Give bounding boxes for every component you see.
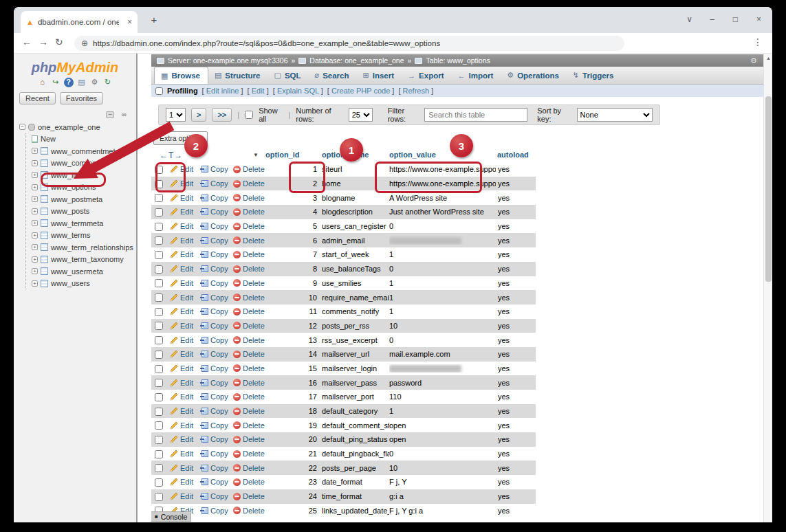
edit-link[interactable]: Edit [166, 307, 198, 315]
row-checkbox[interactable] [155, 493, 163, 501]
filter-rows-input[interactable] [424, 108, 527, 122]
copy-link[interactable]: Copy [198, 265, 230, 273]
copy-link[interactable]: Copy [198, 435, 230, 443]
table-link[interactable]: www_term_taxonomy [51, 255, 124, 263]
sidebar-item-www_comments[interactable]: + www_comments [32, 157, 136, 170]
profiling-link-create-php-code[interactable]: Create PHP code [331, 87, 390, 95]
sidebar-item-www_term_taxonomy[interactable]: + www_term_taxonomy [32, 254, 136, 266]
maximize-button[interactable]: □ [733, 14, 738, 24]
tree-expand-icon[interactable]: + [32, 280, 38, 287]
edit-link[interactable]: Edit [166, 265, 198, 273]
address-bar[interactable]: ⊕ https://dbadmin.one.com/index.php?rout… [74, 36, 624, 51]
row-checkbox[interactable] [155, 336, 163, 344]
edit-link[interactable]: Edit [166, 464, 198, 472]
profiling-link-explain-sql[interactable]: Explain SQL [277, 87, 319, 95]
edit-link[interactable]: Edit [166, 392, 198, 401]
delete-link[interactable]: Delete [230, 464, 270, 472]
tree-expand-icon[interactable]: + [32, 184, 38, 190]
close-button[interactable]: × [756, 14, 761, 24]
delete-link[interactable]: Delete [230, 279, 270, 287]
new-label[interactable]: New [41, 135, 56, 143]
tab-insert[interactable]: ⊞ Insert [357, 67, 402, 84]
header-autoload[interactable]: autoload [497, 151, 529, 159]
tree-expand-icon[interactable]: + [32, 244, 38, 250]
delete-link[interactable]: Delete [230, 421, 270, 430]
copy-link[interactable]: Copy [198, 194, 230, 202]
database-name[interactable]: one_example_one [38, 123, 100, 131]
row-checkbox[interactable] [155, 223, 163, 231]
browser-tab[interactable]: ▲ dbadmin.one.com / one-exampl × [21, 11, 138, 33]
tree-expand-icon[interactable]: + [32, 268, 38, 274]
tree-expand-icon[interactable]: + [32, 172, 38, 178]
edit-link[interactable]: Edit [166, 336, 198, 344]
link-icon[interactable]: ∞ [122, 111, 127, 118]
sidebar-item-www_users[interactable]: + www_users [32, 278, 136, 290]
table-link[interactable]: www_term_relationships [51, 243, 133, 252]
tree-expand-icon[interactable]: + [32, 232, 38, 239]
copy-link[interactable]: Copy [198, 236, 230, 245]
sidebar-item-www_usermeta[interactable]: + www_usermeta [32, 265, 136, 278]
breadcrumb-database[interactable]: Database: one_example_one [309, 56, 404, 65]
copy-link[interactable]: Copy [198, 322, 230, 330]
edit-link[interactable]: Edit [166, 407, 198, 415]
row-checkbox[interactable] [155, 450, 163, 458]
table-link[interactable]: www_commentmeta [51, 147, 120, 155]
tab-export[interactable]: → Export [402, 67, 451, 84]
edit-link[interactable]: Edit [166, 450, 198, 458]
edit-link[interactable]: Edit [166, 435, 198, 443]
row-checkbox[interactable] [155, 464, 163, 472]
copy-link[interactable]: Copy [198, 364, 230, 373]
tab-triggers[interactable]: ↯ Triggers [567, 67, 622, 84]
tree-expand-icon[interactable]: + [32, 220, 38, 226]
scrollbar-thumb[interactable] [765, 96, 772, 282]
row-checkbox[interactable] [155, 322, 163, 330]
delete-link[interactable]: Delete [230, 222, 270, 230]
tab-sql[interactable]: ▢ SQL [268, 67, 308, 84]
delete-link[interactable]: Delete [230, 179, 270, 188]
row-checkbox[interactable] [155, 393, 163, 401]
row-checkbox[interactable] [155, 408, 163, 416]
page-select[interactable]: 1 [166, 108, 186, 122]
edit-link[interactable]: Edit [166, 279, 198, 287]
copy-link[interactable]: Copy [198, 350, 230, 358]
edit-link[interactable]: Edit [166, 222, 198, 230]
row-checkbox[interactable] [155, 279, 163, 287]
minimize-button[interactable]: – [710, 14, 714, 24]
tab-search[interactable]: ⌀ Search [309, 67, 357, 84]
edit-link[interactable]: Edit [166, 322, 198, 330]
copy-link[interactable]: Copy [198, 507, 230, 515]
back-icon[interactable]: ← [22, 36, 32, 47]
delete-link[interactable]: Delete [230, 492, 270, 500]
delete-link[interactable]: Delete [230, 507, 270, 515]
delete-link[interactable]: Delete [230, 364, 270, 373]
sidebar-item-www_postmeta[interactable]: + www_postmeta [32, 193, 136, 206]
page-scrollbar[interactable]: ▲ [763, 54, 772, 522]
copy-link[interactable]: Copy [198, 421, 230, 430]
delete-link[interactable]: Delete [230, 265, 270, 273]
edit-link[interactable]: Edit [166, 492, 198, 500]
edit-link[interactable]: Edit [166, 350, 198, 358]
copy-link[interactable]: Copy [198, 222, 230, 230]
delete-link[interactable]: Delete [230, 392, 270, 401]
copy-link[interactable]: Copy [198, 179, 230, 188]
profiling-link-refresh[interactable]: Refresh [403, 87, 430, 95]
row-checkbox[interactable] [155, 265, 163, 274]
breadcrumb-server[interactable]: Server: one-example.one.mysql:3306 [168, 56, 288, 65]
row-checkbox[interactable] [155, 421, 163, 430]
delete-link[interactable]: Delete [230, 165, 270, 173]
copy-link[interactable]: Copy [198, 492, 230, 500]
profiling-link-edit[interactable]: Edit [252, 87, 265, 95]
row-checkbox[interactable] [155, 194, 163, 202]
row-checkbox[interactable] [155, 293, 163, 302]
table-link[interactable]: www_termmeta [51, 219, 103, 228]
settings-icon[interactable]: ⚙ [90, 78, 100, 87]
header-option-value[interactable]: option_value [389, 151, 436, 159]
row-checkbox[interactable] [155, 351, 163, 359]
tab-close-icon[interactable]: × [127, 17, 132, 27]
tab-operations[interactable]: ⚙ Operations [501, 67, 567, 84]
sidebar-item-www_posts[interactable]: + www_posts [32, 206, 136, 218]
tree-collapse-icon[interactable]: − [19, 124, 25, 130]
tab-structure[interactable]: ▤ Structure [208, 67, 268, 84]
last-page-button[interactable]: >> [212, 108, 232, 122]
sidebar-item-www_term_relationships[interactable]: + www_term_relationships [32, 241, 136, 254]
